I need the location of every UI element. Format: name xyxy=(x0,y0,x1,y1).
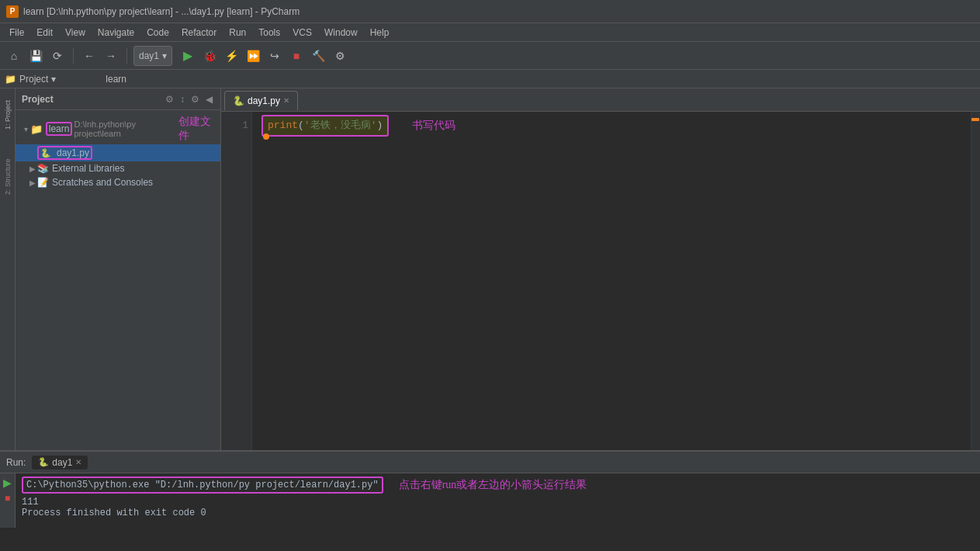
menu-refactor[interactable]: Refactor xyxy=(175,26,223,40)
coverage-button[interactable]: ⚡ xyxy=(222,47,241,65)
panel-config-btn[interactable]: ⚙ xyxy=(189,92,201,106)
run-side-buttons: ▶ ■ xyxy=(0,473,16,528)
build-button[interactable]: 🔨 xyxy=(309,47,327,65)
profile-button[interactable]: ⏩ xyxy=(244,47,262,65)
create-file-annotation: 创建文件 xyxy=(178,115,217,143)
run-tab-day1[interactable]: 🐍 day1 ✕ xyxy=(32,456,88,470)
tree-root-learn[interactable]: ▾ 📁 learn D:\lnh.python\py project\learn… xyxy=(16,113,220,144)
terminal-button[interactable]: ⚙ xyxy=(331,47,349,65)
panel-gear-btn[interactable]: ⚙ xyxy=(164,92,175,106)
run-config-selector[interactable]: day1 ▾ xyxy=(133,46,172,66)
panel-icons: ⚙ ↕ ⚙ ◀ xyxy=(164,92,214,106)
run-tab-icon: 🐍 xyxy=(38,457,49,467)
run-tab-close[interactable]: ✕ xyxy=(75,458,81,466)
run-panel-header: Run: 🐍 day1 ✕ xyxy=(0,452,980,473)
run-with-coverage-btn[interactable]: ↪ xyxy=(265,47,284,65)
line-num-1: 1 xyxy=(224,118,248,133)
run-result-text: 111 xyxy=(22,497,39,508)
run-annotation: 点击右键run或者左边的小箭头运行结果 xyxy=(399,478,587,492)
line-numbers: 1 xyxy=(221,112,252,450)
run-config-name: day1 xyxy=(139,50,159,61)
learn-folder-icon: 📁 xyxy=(30,123,43,135)
extlibs-arrow: ▶ xyxy=(28,164,37,173)
editor-tabs: 🐍 day1.py ✕ xyxy=(221,88,980,112)
stop-button[interactable]: ■ xyxy=(287,47,306,65)
print-keyword: print xyxy=(268,120,298,131)
folder-icon: 📁 xyxy=(5,74,16,85)
project-dropdown-icon[interactable]: ▾ xyxy=(51,74,56,85)
run-panel: Run: 🐍 day1 ✕ ▶ ■ C:\Python35\python.exe… xyxy=(0,450,980,528)
app-icon: P xyxy=(6,5,19,18)
run-content: ▶ ■ C:\Python35\python.exe "D:/lnh.pytho… xyxy=(0,473,980,528)
panel-title: Project xyxy=(22,94,54,105)
run-output: C:\Python35\python.exe "D:/lnh.python/py… xyxy=(16,473,980,528)
editor-content[interactable]: 1 print('老铁，没毛病') 书写代码 xyxy=(221,112,980,450)
menu-window[interactable]: Window xyxy=(318,26,364,40)
run-cmd-text: C:\Python35\python.exe "D:/lnh.python/py… xyxy=(26,480,379,490)
run-config-dropdown-icon: ▾ xyxy=(162,50,167,61)
side-project-icon[interactable]: 1: Project xyxy=(2,92,14,138)
toolbar-divider-1 xyxy=(73,48,74,64)
code-line-1: print('老铁，没毛病') 书写代码 xyxy=(261,118,961,133)
project-breadcrumb-bar: 📁 Project ▾ learn xyxy=(0,70,980,88)
menu-help[interactable]: Help xyxy=(364,26,396,40)
run-finished-text: Process finished with exit code 0 xyxy=(22,508,206,518)
menu-tools[interactable]: Tools xyxy=(252,26,286,40)
run-finished-line: Process finished with exit code 0 xyxy=(22,508,974,518)
panel-sort-btn[interactable]: ↕ xyxy=(178,92,186,106)
run-output-line-cmd: C:\Python35\python.exe "D:/lnh.python/py… xyxy=(22,476,974,494)
panel-collapse-btn[interactable]: ◀ xyxy=(204,92,214,106)
code-annotation: 书写代码 xyxy=(412,118,455,133)
gutter-marker xyxy=(971,118,979,121)
code-highlight-box: print('老铁，没毛病') xyxy=(261,115,389,137)
menu-code[interactable]: Code xyxy=(140,26,175,40)
menu-run[interactable]: Run xyxy=(223,26,252,40)
run-tab-name: day1 xyxy=(52,457,72,468)
toolbar-sync-btn[interactable]: ⟳ xyxy=(48,47,67,65)
project-label[interactable]: Project xyxy=(19,74,48,85)
run-stop-btn[interactable]: ■ xyxy=(2,492,14,504)
learn-folder-name: learn xyxy=(49,123,70,134)
menu-file[interactable]: File xyxy=(3,26,30,40)
scratches-icon: 📝 xyxy=(37,177,49,188)
code-area[interactable]: print('老铁，没毛病') 书写代码 xyxy=(252,112,971,450)
right-gutter xyxy=(971,112,980,450)
learn-path: D:\lnh.python\py project\learn xyxy=(74,120,173,138)
menu-edit[interactable]: Edit xyxy=(30,26,59,40)
side-structure-icon[interactable]: 2: Structure xyxy=(2,154,14,200)
main-area: 1: Project 2: Structure Project ⚙ ↕ ⚙ ◀ … xyxy=(0,88,980,450)
title-bar: P learn [D:\lnh.python\py project\learn]… xyxy=(0,0,980,23)
editor-tab-day1py[interactable]: 🐍 day1.py ✕ xyxy=(224,91,298,111)
string-arg: '老铁，没毛病' xyxy=(304,120,377,131)
tab-close-btn[interactable]: ✕ xyxy=(283,96,289,105)
tree-root-arrow: ▾ xyxy=(22,124,30,133)
menu-bar: File Edit View Navigate Code Refactor Ru… xyxy=(0,23,980,42)
run-button[interactable]: ▶ xyxy=(178,47,197,65)
scratches-name: Scratches and Consoles xyxy=(52,177,153,188)
run-play-btn[interactable]: ▶ xyxy=(2,476,14,489)
toolbar: ⌂ 💾 ⟳ ← → day1 ▾ ▶ 🐞 ⚡ ⏩ ↪ ■ 🔨 ⚙ xyxy=(0,42,980,70)
tree-item-scratches[interactable]: ▶ 📝 Scratches and Consoles xyxy=(16,175,220,189)
menu-view[interactable]: View xyxy=(59,26,92,40)
window-title: learn [D:\lnh.python\py project\learn] -… xyxy=(23,6,300,17)
toolbar-save-btn[interactable]: 💾 xyxy=(26,47,45,65)
toolbar-home-btn[interactable]: ⌂ xyxy=(5,47,23,65)
extlibs-icon: 📚 xyxy=(37,163,49,174)
file-tree: ▾ 📁 learn D:\lnh.python\py project\learn… xyxy=(16,110,220,450)
breakpoint-dot xyxy=(263,133,269,140)
close-paren: ) xyxy=(376,120,383,131)
open-paren: ( xyxy=(298,120,304,131)
tree-item-extlibs[interactable]: ▶ 📚 External Libraries xyxy=(16,161,220,175)
toolbar-back-btn[interactable]: ← xyxy=(80,47,99,65)
tab-name: day1.py xyxy=(248,95,280,106)
debug-button[interactable]: 🐞 xyxy=(200,47,219,65)
menu-vcs[interactable]: VCS xyxy=(286,26,318,40)
project-panel: Project ⚙ ↕ ⚙ ◀ ▾ 📁 learn D:\lnh.python\… xyxy=(16,88,221,450)
project-panel-header: Project ⚙ ↕ ⚙ ◀ xyxy=(16,88,220,110)
toolbar-forward-btn[interactable]: → xyxy=(102,47,120,65)
learn-label: learn xyxy=(106,74,126,85)
menu-navigate[interactable]: Navigate xyxy=(92,26,140,40)
tree-item-day1py[interactable]: 🐍 day1.py xyxy=(16,144,220,161)
day1-file-icon: 🐍 xyxy=(40,148,51,158)
editor-area: 🐍 day1.py ✕ 1 print('老铁，没毛病') 书写代码 xyxy=(221,88,980,450)
